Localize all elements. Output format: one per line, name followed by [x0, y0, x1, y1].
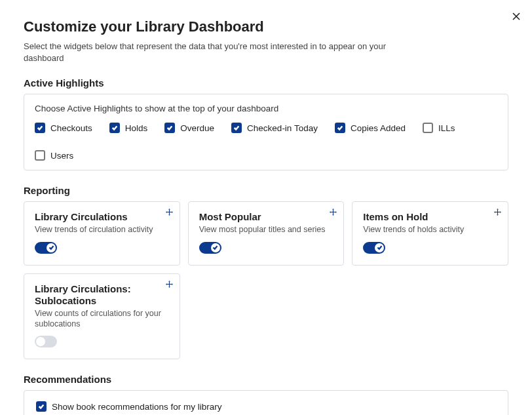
reporting-section-label: Reporting — [24, 185, 508, 196]
recommendations-checkbox[interactable]: Show book recommendations for my library — [36, 401, 222, 412]
highlights-help: Choose Active Highlights to show at the … — [35, 104, 497, 113]
dialog-title: Customize your Library Dashboard — [24, 18, 508, 35]
move-icon[interactable] — [330, 207, 337, 218]
highlight-checkbox[interactable]: Checkouts — [35, 123, 92, 133]
reporting-card-title: Most Popular — [199, 211, 333, 223]
move-icon[interactable] — [166, 279, 173, 290]
highlight-checkbox-label: Overdue — [180, 123, 214, 133]
reporting-card: Library Circulations: SublocationsView c… — [24, 273, 180, 360]
reporting-card-toggle[interactable] — [35, 336, 57, 347]
close-button[interactable] — [510, 8, 523, 25]
svg-rect-7 — [495, 212, 500, 212]
svg-rect-3 — [166, 212, 171, 212]
highlight-checkbox-label: Users — [50, 151, 73, 161]
reporting-card-desc: View trends of circulation activity — [35, 224, 169, 235]
checkbox-box — [109, 123, 120, 133]
customize-dashboard-dialog: Customize your Library Dashboard Select … — [0, 0, 532, 415]
reporting-card: Most PopularView most popular titles and… — [188, 201, 345, 265]
reporting-card-desc: View counts of circulations for your sub… — [35, 308, 169, 330]
checkbox-box — [335, 123, 345, 133]
reporting-grid: Library CirculationsView trends of circu… — [24, 201, 508, 359]
highlight-checkbox[interactable]: Copies Added — [335, 123, 406, 133]
highlights-panel: Choose Active Highlights to show at the … — [24, 94, 508, 170]
reporting-card-title: Library Circulations — [35, 211, 169, 223]
svg-rect-5 — [331, 212, 335, 212]
close-icon — [512, 10, 520, 23]
highlight-checkbox[interactable]: Overdue — [164, 123, 214, 133]
reporting-card-title: Library Circulations: Sublocations — [35, 283, 169, 307]
checkbox-box — [164, 123, 175, 133]
highlight-checkbox-label: ILLs — [438, 123, 455, 133]
move-icon[interactable] — [166, 207, 173, 218]
highlight-checkbox[interactable]: Holds — [109, 123, 148, 133]
highlights-section-label: Active Highlights — [24, 77, 508, 89]
dialog-subtitle: Select the widgets below that represent … — [24, 41, 390, 64]
toggle-knob — [47, 243, 56, 252]
svg-rect-9 — [166, 284, 171, 285]
checkbox-box — [35, 150, 45, 161]
move-icon[interactable] — [494, 207, 501, 218]
checkbox-box — [231, 123, 242, 133]
highlight-checkbox[interactable]: Checked-in Today — [231, 123, 318, 133]
highlight-checkbox-label: Copies Added — [351, 123, 406, 133]
reporting-card-desc: View most popular titles and series — [199, 224, 333, 235]
highlights-row: CheckoutsHoldsOverdueChecked-in TodayCop… — [35, 123, 497, 161]
recommendations-section-label: Recommendations — [24, 374, 508, 385]
checkbox-box — [423, 123, 433, 133]
reporting-card-toggle[interactable] — [199, 242, 221, 254]
recommendations-checkbox-label: Show book recommendations for my library — [52, 402, 222, 412]
reporting-card-title: Items on Hold — [363, 211, 497, 223]
reporting-card: Items on HoldView trends of holds activi… — [352, 201, 508, 265]
toggle-knob — [36, 337, 45, 346]
highlight-checkbox-label: Holds — [125, 123, 148, 133]
highlight-checkbox[interactable]: Users — [35, 150, 73, 161]
toggle-knob — [375, 243, 384, 252]
recommendations-panel: Show book recommendations for my library — [24, 390, 508, 415]
reporting-card-toggle[interactable] — [363, 242, 385, 254]
toggle-knob — [211, 243, 220, 252]
reporting-card: Library CirculationsView trends of circu… — [24, 201, 180, 265]
highlight-checkbox-label: Checkouts — [50, 123, 92, 133]
highlight-checkbox[interactable]: ILLs — [423, 123, 455, 133]
reporting-card-desc: View trends of holds activity — [363, 224, 497, 235]
reporting-card-toggle[interactable] — [35, 242, 57, 254]
checkbox-box — [36, 401, 47, 412]
checkbox-box — [35, 123, 45, 133]
highlight-checkbox-label: Checked-in Today — [247, 123, 318, 133]
